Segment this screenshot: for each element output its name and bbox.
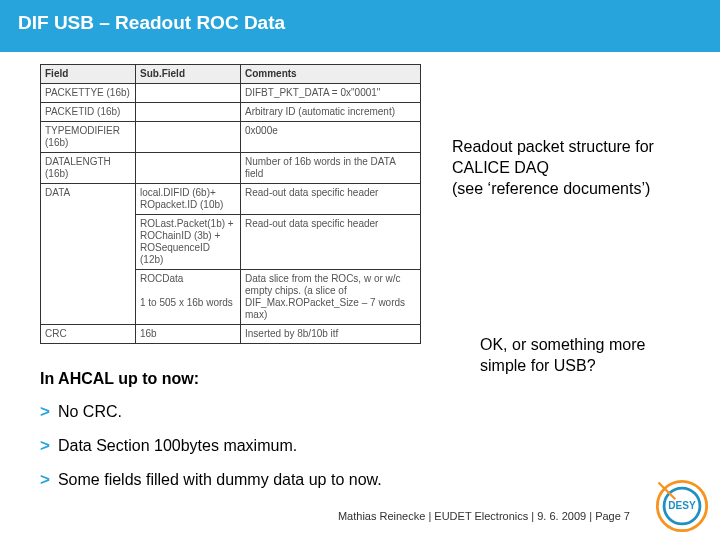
- bullet-text: Some fields filled with dummy data up to…: [58, 471, 382, 489]
- cell-subfield: [136, 122, 241, 153]
- content-area: Field Sub.Field Comments PACKETTYE (16b)…: [0, 52, 720, 490]
- cell-comments: 0x000e: [241, 122, 421, 153]
- cell-comments: Data slice from the ROCs, w or w/c empty…: [241, 270, 421, 325]
- cell-field: PACKETTYE (16b): [41, 84, 136, 103]
- side-note-usb: OK, or something more simple for USB?: [480, 335, 690, 377]
- side-note-readout: Readout packet structure for CALICE DAQ …: [452, 137, 692, 199]
- table-row: DATALENGTH (16b)Number of 16b words in t…: [41, 153, 421, 184]
- cell-comments: DIFBT_PKT_DATA = 0x"0001": [241, 84, 421, 103]
- packet-table-wrap: Field Sub.Field Comments PACKETTYE (16b)…: [40, 64, 702, 344]
- table-row: DATAlocal.DIFID (6b)+ ROpacket.ID (10b)R…: [41, 184, 421, 215]
- th-comments: Comments: [241, 65, 421, 84]
- cell-comments: Arbitrary ID (automatic increment): [241, 103, 421, 122]
- cell-subfield: [136, 103, 241, 122]
- cell-field: DATA: [41, 184, 136, 325]
- cell-comments: Read-out data specific header: [241, 184, 421, 215]
- packet-table: Field Sub.Field Comments PACKETTYE (16b)…: [40, 64, 421, 344]
- cell-subfield: [136, 153, 241, 184]
- bullet-text: No CRC.: [58, 403, 122, 421]
- th-sub: Sub.Field: [136, 65, 241, 84]
- bullet-list: >No CRC.>Data Section 100bytes maximum.>…: [40, 402, 420, 490]
- table-row: CRC16bInserted by 8b/10b itf: [41, 325, 421, 344]
- table-row: PACKETTYE (16b)DIFBT_PKT_DATA = 0x"0001": [41, 84, 421, 103]
- cell-subfield: [136, 84, 241, 103]
- bullet-item: >No CRC.: [40, 402, 420, 422]
- title-bar: DIF USB – Readout ROC Data: [0, 0, 720, 52]
- bullet-marker-icon: >: [40, 402, 50, 422]
- bullet-marker-icon: >: [40, 470, 50, 490]
- logo-text: DESY: [668, 500, 696, 511]
- table-row: TYPEMODIFIER (16b)0x000e: [41, 122, 421, 153]
- desy-logo: DESY: [654, 478, 710, 534]
- cell-subfield: 16b: [136, 325, 241, 344]
- cell-subfield: ROLast.Packet(1b) + ROChainID (3b) + ROS…: [136, 215, 241, 270]
- bullet-item: >Data Section 100bytes maximum.: [40, 436, 420, 456]
- th-field: Field: [41, 65, 136, 84]
- cell-comments: Number of 16b words in the DATA field: [241, 153, 421, 184]
- cell-field: PACKETID (16b): [41, 103, 136, 122]
- cell-subfield: local.DIFID (6b)+ ROpacket.ID (10b): [136, 184, 241, 215]
- table-row: PACKETID (16b)Arbitrary ID (automatic in…: [41, 103, 421, 122]
- page-title: DIF USB – Readout ROC Data: [18, 12, 285, 33]
- bullet-marker-icon: >: [40, 436, 50, 456]
- cell-field: CRC: [41, 325, 136, 344]
- cell-comments: Inserted by 8b/10b itf: [241, 325, 421, 344]
- table-header-row: Field Sub.Field Comments: [41, 65, 421, 84]
- bullet-text: Data Section 100bytes maximum.: [58, 437, 297, 455]
- cell-field: DATALENGTH (16b): [41, 153, 136, 184]
- cell-field: TYPEMODIFIER (16b): [41, 122, 136, 153]
- cell-comments: Read-out data specific header: [241, 215, 421, 270]
- cell-subfield: ROCData 1 to 505 x 16b words: [136, 270, 241, 325]
- footer-text: Mathias Reinecke | EUDET Electronics | 9…: [338, 510, 630, 522]
- bullet-item: >Some fields filled with dummy data up t…: [40, 470, 420, 490]
